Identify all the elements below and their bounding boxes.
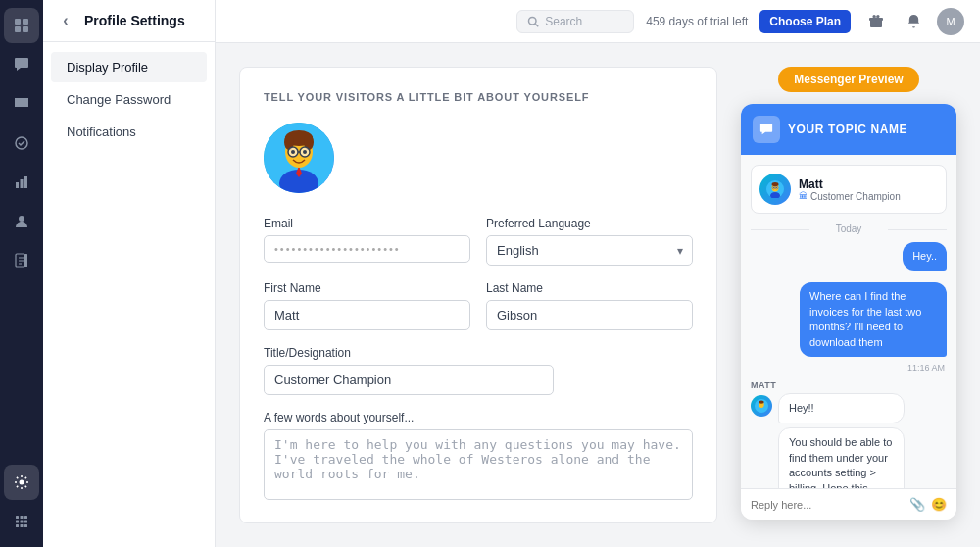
first-name-input[interactable] [264,300,470,330]
svg-point-25 [873,15,876,18]
svg-rect-2 [15,26,21,32]
messenger-preview-button[interactable]: Messenger Preview [778,67,918,92]
form-section-title: TELL YOUR VISITORS A LITTLE BIT ABOUT YO… [264,91,693,103]
reply-input[interactable] [751,499,904,511]
profile-form: TELL YOUR VISITORS A LITTLE BIT ABOUT YO… [239,67,717,523]
first-name-group: First Name [264,281,470,330]
attachment-icon[interactable]: 📎 [909,497,925,512]
sidebar-icon-chat[interactable] [4,47,39,82]
preferred-language-group: Preferred Language English Spanish Frenc… [486,217,693,266]
bell-icon[interactable] [900,8,927,35]
nav-items: Display Profile Change Password Notifica… [43,42,215,157]
agent-avatar-image [766,180,784,198]
svg-point-46 [773,187,774,188]
email-language-row: Email Preferred Language English Spanish… [264,217,693,266]
nav-item-change-password[interactable]: Change Password [51,84,207,115]
svg-rect-13 [21,516,24,519]
main-area: Search 459 days of trial left Choose Pla… [216,0,980,547]
msg-outgoing-long: Where can I find the invoices for the la… [751,282,947,373]
sidebar-icons [0,0,43,547]
title-row: Title/Designation [264,346,693,395]
svg-rect-19 [21,524,24,527]
sidebar-icon-campaign[interactable] [4,125,39,161]
sidebar-icon-reports[interactable] [4,165,39,200]
bio-textarea[interactable]: I'm here to help you with any questions … [264,429,693,500]
email-group: Email [264,217,470,266]
messenger-body: Matt 🏛 Customer Champion Today Hey.. [741,155,956,488]
nav-panel: ‹ Profile Settings Display Profile Chang… [43,0,216,547]
today-divider: Today [751,224,947,234]
svg-rect-14 [24,516,27,519]
agent-role: 🏛 Customer Champion [799,191,901,202]
title-group: Title/Designation [264,346,693,395]
svg-point-42 [772,182,779,186]
sidebar-icon-settings[interactable] [4,465,39,500]
gift-icon[interactable] [862,8,890,35]
title-input[interactable] [264,365,554,395]
msg-incoming-hey: Hey!! [778,393,905,423]
msg-bubble-hey: Hey.. [903,242,947,271]
svg-rect-1 [23,19,28,25]
sidebar-icon-knowledge[interactable] [4,243,39,278]
sidebar-icon-inbox[interactable] [4,86,39,122]
sidebar-icon-contacts[interactable] [4,204,39,239]
bio-group: A few words about yourself... I'm here t… [264,411,693,500]
last-name-input[interactable] [486,300,693,330]
messenger-widget: YOUR TOPIC NAME [741,104,956,520]
profile-avatar[interactable] [264,123,334,193]
page-title: Profile Settings [84,13,185,28]
sidebar-icon-grid[interactable] [4,8,39,43]
svg-rect-17 [24,521,27,523]
svg-rect-6 [21,179,24,188]
messenger-footer: 📎 😊 [741,488,956,520]
bio-label: A few words about yourself... [264,411,693,424]
search-icon [527,16,539,27]
content-area: TELL YOUR VISITORS A LITTLE BIT ABOUT YO… [216,43,980,547]
messenger-header: YOUR TOPIC NAME [741,104,956,155]
avatar-container [264,123,693,193]
choose-plan-button[interactable]: Choose Plan [760,10,851,33]
svg-point-37 [291,150,295,154]
back-button[interactable]: ‹ [55,10,76,31]
svg-line-22 [536,24,539,26]
social-section: ADD YOUR SOCIAL HANDLES Tip: Add your so… [264,520,693,523]
email-input[interactable] [264,235,470,263]
msg-time: 11:16 AM [907,363,945,373]
svg-rect-7 [24,176,27,188]
email-label: Email [264,217,470,230]
sidebar-icon-dots[interactable] [4,504,39,539]
emoji-icon[interactable]: 😊 [931,497,947,512]
nav-item-display-profile[interactable]: Display Profile [51,52,207,82]
incoming-sender-label: MATT [751,380,776,390]
svg-rect-0 [15,19,21,25]
msg-agent-row: Hey!! You should be able to find them un… [751,393,947,488]
svg-point-50 [759,401,763,404]
first-name-label: First Name [264,281,470,295]
svg-point-21 [529,17,537,25]
msg-incoming-reply: You should be able to find them under yo… [778,427,905,488]
nav-item-notifications[interactable]: Notifications [51,117,207,147]
agent-avatar [760,174,791,205]
avatar-image [264,123,334,193]
title-label: Title/Designation [264,346,693,360]
agent-info: Matt 🏛 Customer Champion [799,177,901,202]
svg-rect-12 [16,516,19,519]
user-avatar[interactable]: M [937,8,964,35]
last-name-group: Last Name [486,281,693,330]
svg-rect-15 [16,521,19,523]
agent-card: Matt 🏛 Customer Champion [751,165,947,214]
language-select[interactable]: English Spanish French German [486,235,693,266]
svg-point-47 [776,187,777,188]
nav-header: ‹ Profile Settings [43,0,215,42]
social-section-title: ADD YOUR SOCIAL HANDLES [264,520,693,523]
name-row: First Name Last Name [264,281,693,330]
trial-text: 459 days of trial left [646,15,748,28]
agent-role-icon: 🏛 [799,191,808,201]
search-box[interactable]: Search [516,10,634,33]
svg-rect-20 [24,524,27,527]
language-select-wrapper: English Spanish French German [486,235,693,266]
messenger-topic: YOUR TOPIC NAME [788,123,907,136]
msg-outgoing-hey: Hey.. [751,242,947,274]
svg-point-26 [877,15,880,18]
search-placeholder: Search [545,15,582,28]
